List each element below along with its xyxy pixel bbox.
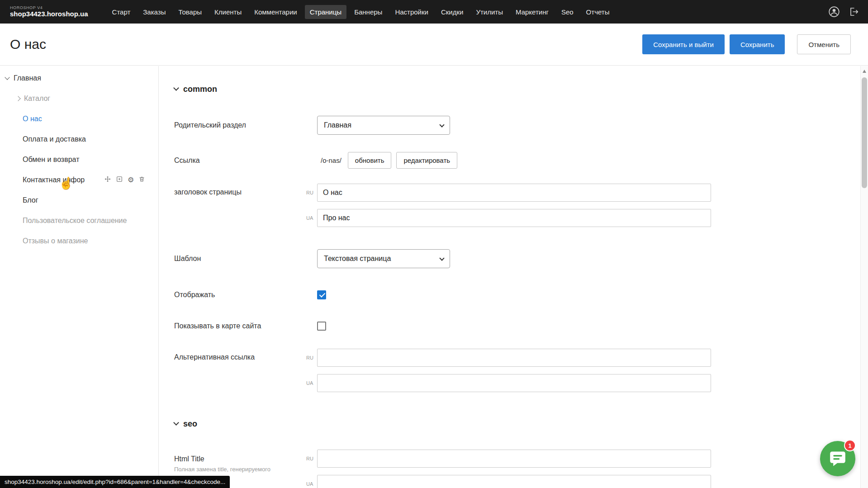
nav-item-pages[interactable]: Страницы (305, 5, 346, 19)
save-button[interactable]: Сохранить (730, 34, 785, 54)
gear-icon[interactable]: ⚙ (128, 176, 134, 184)
refresh-link-button[interactable]: обновить (348, 152, 392, 169)
html-title-ru-input[interactable] (317, 450, 711, 468)
header-actions: Сохранить и выйти Сохранить Отменить (642, 34, 851, 54)
link-status-tooltip: shop34423.horoshop.ua/edit/edit.php?id=6… (0, 476, 230, 488)
delete-icon[interactable] (138, 175, 145, 185)
form-row-template: Шаблон Текстовая страница (174, 249, 868, 268)
sidebar-item-oplata-i-dostavka[interactable]: Оплата и доставка (0, 129, 158, 149)
vertical-scrollbar[interactable] (860, 66, 868, 488)
nav-item-reports[interactable]: Отчеты (581, 5, 615, 19)
sidebar-item-obmen-i-vozvrat[interactable]: Обмен и возврат (0, 149, 158, 170)
sidebar-item-otzyvy-o-magazine[interactable]: Отзывы о магазине (0, 231, 158, 251)
sidebar-item-katalog[interactable]: Каталог (0, 88, 158, 109)
sidebar-item-label: Пользовательское соглашение (23, 217, 127, 225)
section-common-title: common (183, 85, 217, 94)
chevron-down-icon (439, 122, 444, 127)
page-header: О нас Сохранить и выйти Сохранить Отмени… (0, 24, 868, 66)
sitemap-checkbox[interactable] (317, 322, 326, 331)
template-label: Шаблон (174, 255, 306, 263)
link-label: Ссылка (174, 156, 306, 165)
nav-item-products[interactable]: Товары (173, 5, 207, 19)
page-title-ru-field: RU (306, 184, 711, 202)
page-title-label: заголовок страницы (174, 184, 306, 196)
alt-link-ru-field: RU (306, 349, 711, 367)
sidebar-item-label: Обмен и возврат (23, 156, 79, 164)
nav-item-discounts[interactable]: Скидки (436, 5, 468, 19)
html-title-label: Html Title (174, 455, 306, 463)
caret-down-icon[interactable] (5, 75, 9, 80)
cancel-button[interactable]: Отменить (797, 34, 851, 54)
form-row-alt-link: Альтернативная ссылка RU UA (174, 349, 868, 392)
nav-item-marketing[interactable]: Маркетинг (511, 5, 554, 19)
parent-section-select[interactable]: Главная (317, 116, 450, 135)
nav-item-banners[interactable]: Баннеры (349, 5, 387, 19)
alt-link-ua-input[interactable] (317, 374, 711, 392)
alt-link-ua-field: UA (306, 374, 711, 392)
html-title-ru-field: RU (306, 450, 711, 468)
html-title-fields: RU UA (306, 450, 711, 488)
lang-ru-badge: RU (306, 355, 317, 360)
save-and-exit-button[interactable]: Сохранить и выйти (642, 34, 725, 54)
nav-item-comments[interactable]: Комментарии (249, 5, 302, 19)
nav-item-clients[interactable]: Клиенты (209, 5, 247, 19)
page-title-ua-field: UA (306, 209, 711, 227)
form-row-page-title: заголовок страницы RU UA (174, 184, 868, 227)
sidebar-item-label: Оплата и доставка (23, 135, 86, 143)
nav-item-utilities[interactable]: Утилиты (471, 5, 508, 19)
add-page-icon[interactable] (116, 175, 123, 185)
chat-widget-button[interactable]: 1 (820, 441, 855, 476)
sidebar-item-kontaktnaya-informaciya[interactable]: Контактная инфор ⚙ (0, 170, 158, 190)
sidebar-item-blog[interactable]: Блог (0, 190, 158, 210)
template-select[interactable]: Текстовая страница (317, 249, 450, 268)
html-title-label-block: Html Title Полная замена title, генериру… (174, 450, 306, 473)
logout-icon[interactable] (848, 6, 859, 17)
sidebar-item-label: Блог (23, 196, 38, 204)
top-navigation-bar: HOROSHOP V4 shop34423.horoshop.ua Старт … (0, 0, 868, 24)
chat-unread-badge: 1 (844, 440, 856, 451)
sitemap-label: Показывать в карте сайта (174, 322, 306, 330)
template-select-value: Текстовая страница (324, 255, 391, 263)
page-title-ru-input[interactable] (317, 184, 711, 202)
parent-section-select-value: Главная (324, 121, 351, 129)
display-checkbox[interactable] (317, 290, 326, 299)
caret-right-icon[interactable] (15, 96, 20, 101)
lang-ua-badge: UA (306, 380, 317, 386)
html-title-hint: Полная замена title, генерируемого (174, 466, 296, 473)
chevron-down-icon (439, 256, 444, 261)
html-title-ua-field: UA (306, 475, 711, 488)
alt-link-label: Альтернативная ссылка (174, 349, 306, 361)
chevron-down-icon (173, 85, 179, 91)
link-url-value: /o-nas/ (317, 156, 342, 164)
section-seo-header[interactable]: seo (174, 419, 868, 429)
sidebar-root-label: Главная (14, 74, 41, 82)
move-icon[interactable] (104, 175, 111, 185)
scroll-up-arrow[interactable] (863, 70, 866, 73)
lang-ru-badge: RU (306, 456, 317, 461)
brand-domain-label: shop34423.horoshop.ua (10, 10, 88, 18)
nav-item-seo[interactable]: Seo (556, 5, 579, 19)
html-title-ua-input[interactable] (317, 475, 711, 488)
lang-ua-badge: UA (306, 481, 317, 487)
nav-item-settings[interactable]: Настройки (390, 5, 433, 19)
sidebar-item-o-nas[interactable]: О нас (0, 109, 158, 129)
page-title-fields: RU UA (306, 184, 711, 227)
sidebar-item-polzovatelskoe-soglashenie[interactable]: Пользовательское соглашение (0, 210, 158, 231)
nav-right-icons (828, 6, 859, 18)
tree-item-hover-actions: ⚙ (104, 175, 145, 185)
nav-item-orders[interactable]: Заказы (138, 5, 171, 19)
edit-link-button[interactable]: редактировать (396, 152, 457, 169)
sidebar-item-label: Контактная инфор (23, 176, 104, 184)
nav-item-start[interactable]: Старт (107, 5, 136, 19)
section-common-header[interactable]: common (174, 84, 868, 94)
alt-link-ru-input[interactable] (317, 349, 711, 367)
sidebar-item-label: Отзывы о магазине (23, 237, 88, 245)
status-url-text: shop34423.horoshop.ua/edit/edit.php?id=6… (5, 479, 225, 485)
scrollbar-thumb[interactable] (862, 77, 867, 188)
user-account-icon[interactable] (828, 6, 840, 18)
chat-bubble-icon (828, 449, 847, 468)
chevron-down-icon (173, 420, 179, 426)
sidebar-item-glavnaya[interactable]: Главная (0, 68, 158, 88)
brand-logo[interactable]: HOROSHOP V4 shop34423.horoshop.ua (10, 6, 88, 18)
page-title-ua-input[interactable] (317, 209, 711, 227)
